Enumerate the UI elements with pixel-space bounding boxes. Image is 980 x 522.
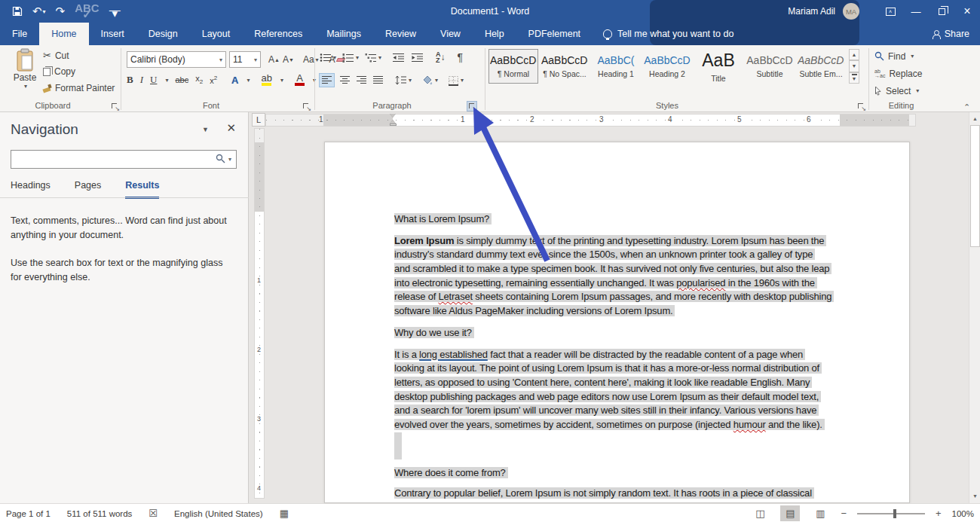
tab-review[interactable]: Review (373, 23, 428, 45)
document-line[interactable]: industry's standard dummy text ever sinc… (394, 248, 847, 262)
align-right-button[interactable] (356, 75, 367, 85)
bullet-list-button[interactable]: ▾ (320, 53, 336, 63)
paragraph-dialog-launcher[interactable] (467, 102, 476, 111)
document-line[interactable]: and scrambled it to make a type specimen… (394, 262, 847, 276)
align-left-button[interactable] (320, 74, 334, 87)
zoom-slider[interactable] (857, 513, 925, 514)
scrollbar-thumb[interactable] (970, 125, 980, 247)
search-dropdown-icon[interactable]: ▾ (228, 156, 231, 163)
numbered-list-button[interactable]: ▾ (342, 53, 359, 63)
underline-dropdown-icon[interactable]: ▾ (165, 77, 168, 84)
style-normal[interactable]: AaBbCcDc ¶ Normal (488, 49, 538, 84)
show-hide-marks-button[interactable]: ¶ (458, 51, 464, 63)
justify-button[interactable] (372, 75, 384, 85)
document-line[interactable]: release of Letraset sheets containing Lo… (394, 290, 847, 304)
tab-pdfelement[interactable]: PDFelement (516, 23, 593, 45)
tab-help[interactable]: Help (473, 23, 516, 45)
subscript-button[interactable]: x2 (195, 74, 203, 85)
document-line[interactable]: Why do we use it? (394, 326, 847, 340)
tell-me-box[interactable]: Tell me what you want to do (603, 23, 733, 45)
page-indicator[interactable]: Page 1 of 1 (6, 509, 51, 518)
tab-layout[interactable]: Layout (190, 23, 243, 45)
font-dialog-launcher[interactable] (302, 102, 311, 111)
minimize-button[interactable]: — (903, 0, 929, 23)
align-center-button[interactable] (339, 75, 351, 85)
search-icon[interactable] (216, 153, 225, 166)
document-line[interactable]: desktop publishing packages and web page… (394, 390, 847, 404)
navigation-close-button[interactable]: ✕ (226, 121, 236, 135)
styles-dialog-launcher[interactable] (856, 102, 865, 111)
styles-scroll-down-button[interactable]: ▼ (849, 60, 859, 72)
style-title[interactable]: AaB Title (694, 49, 743, 84)
style-heading-1[interactable]: AaBbC( Heading 1 (591, 49, 641, 84)
tab-home[interactable]: Home (39, 23, 88, 45)
highlight-button[interactable]: ab (261, 74, 271, 86)
hanging-indent-marker[interactable] (390, 120, 396, 124)
account-info[interactable]: Mariam Adil MA (788, 3, 859, 20)
language-indicator[interactable]: English (United States) (174, 509, 263, 518)
first-line-indent-marker[interactable] (390, 114, 396, 118)
document-line[interactable]: Contrary to popular belief, Lorem Ipsum … (394, 487, 847, 501)
text-effects-button[interactable]: A (231, 75, 238, 86)
style-no-spacing[interactable]: AaBbCcDc ¶ No Spac... (540, 49, 590, 84)
indent-markers[interactable] (390, 114, 397, 127)
text-effects-dropdown-icon[interactable]: ▾ (247, 77, 250, 84)
empty-selected-line[interactable] (394, 446, 847, 460)
decrease-indent-button[interactable] (392, 53, 405, 63)
proofing-errors-icon[interactable]: ☒ (149, 508, 158, 519)
document-line[interactable]: looking at its layout. The point of usin… (394, 362, 847, 376)
close-button[interactable]: × (954, 0, 980, 23)
tab-file[interactable]: File (0, 23, 39, 45)
shrink-font-button[interactable]: A▼ (283, 54, 294, 65)
tab-design[interactable]: Design (136, 23, 190, 45)
italic-button[interactable]: I (140, 74, 143, 86)
ribbon-display-options-button[interactable]: ˄ (877, 0, 903, 23)
styles-scroll-up-button[interactable]: ▲ (849, 49, 859, 60)
navigation-options-dropdown[interactable]: ▼ (202, 126, 209, 133)
zoom-slider-thumb[interactable] (893, 509, 896, 518)
tab-view[interactable]: View (428, 23, 473, 45)
nav-tab-pages[interactable]: Pages (75, 180, 101, 199)
avatar[interactable]: MA (843, 3, 859, 20)
zoom-level[interactable]: 100% (952, 509, 974, 518)
document-line[interactable]: It is a long established fact that a rea… (394, 348, 847, 362)
styles-more-button[interactable]: ▼ (849, 72, 859, 84)
nav-tab-headings[interactable]: Headings (11, 180, 51, 199)
tab-mailings[interactable]: Mailings (314, 23, 373, 45)
share-button[interactable]: Share (932, 23, 969, 45)
word-count[interactable]: 511 of 511 words (67, 509, 133, 518)
font-size-combo[interactable]: 11▾ (229, 51, 261, 68)
search-input[interactable] (11, 151, 216, 167)
empty-selected-line[interactable] (394, 432, 847, 447)
clipboard-dialog-launcher[interactable] (110, 102, 119, 111)
copy-button[interactable]: Copy (43, 66, 75, 77)
superscript-button[interactable]: x2 (210, 75, 217, 85)
bold-button[interactable]: B (127, 74, 133, 86)
document-line[interactable]: Where does it come from? (394, 466, 847, 481)
style-subtle-emphasis[interactable]: AaBbCcDt Subtle Em... (796, 49, 846, 84)
document-line[interactable]: evolved over the years, sometimes by acc… (394, 418, 847, 432)
nav-tab-results[interactable]: Results (125, 180, 159, 199)
style-subtitle[interactable]: AaBbCcD Subtitle (745, 49, 795, 84)
highlight-dropdown-icon[interactable]: ▾ (280, 77, 283, 84)
grow-font-button[interactable]: A▲ (268, 54, 280, 65)
borders-button[interactable]: ▾ (448, 75, 464, 86)
select-button[interactable]: Select▾ (874, 84, 922, 98)
macro-record-icon[interactable]: ▦ (280, 508, 289, 519)
document-page[interactable]: What is Lorem Ipsum?Lorem Ipsum is simpl… (324, 142, 910, 503)
scroll-down-button[interactable]: ▼ (970, 490, 980, 502)
line-spacing-button[interactable]: ▾ (395, 75, 412, 85)
font-color-button[interactable]: A (295, 74, 305, 86)
font-name-combo[interactable]: Calibri (Body)▾ (127, 51, 226, 68)
tab-references[interactable]: References (242, 23, 314, 45)
tab-stop-selector[interactable]: L (252, 113, 265, 127)
print-layout-button[interactable]: ▤ (780, 505, 800, 521)
multilevel-list-button[interactable]: ▾ (365, 53, 381, 63)
document-line[interactable]: letters, as opposed to using 'Content he… (394, 376, 847, 390)
change-case-button[interactable]: Aa▾ (303, 54, 319, 65)
paste-button[interactable]: Paste ▾ (11, 48, 39, 98)
document-line[interactable]: Lorem Ipsum is simply dummy text of the … (394, 234, 847, 249)
document-line[interactable]: into electronic typesetting, remaining e… (394, 276, 847, 291)
restore-button[interactable] (929, 0, 954, 23)
zoom-out-button[interactable]: − (841, 508, 847, 519)
